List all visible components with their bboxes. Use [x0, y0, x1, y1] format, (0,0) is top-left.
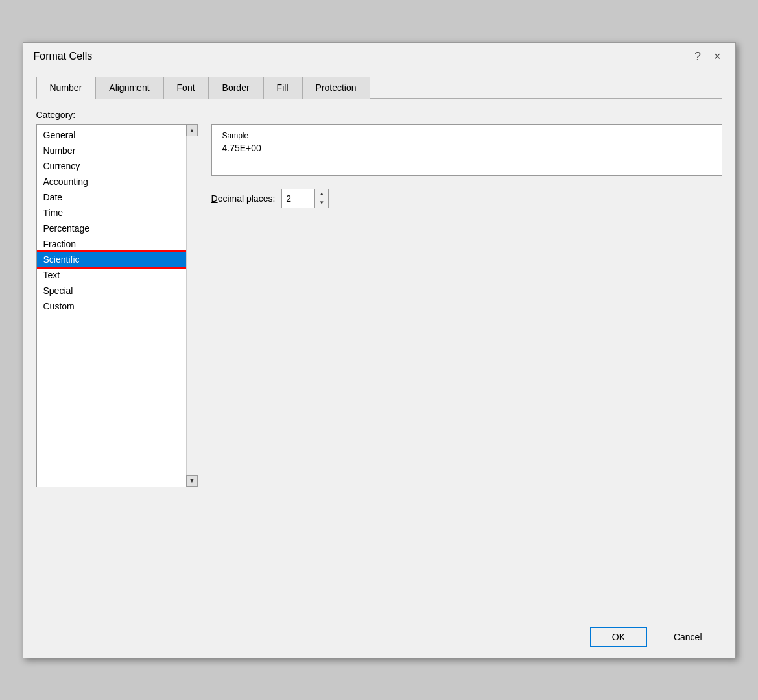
category-label: Category: [36, 110, 722, 120]
spin-up-button[interactable]: ▲ [315, 189, 328, 199]
decimal-places-input[interactable] [282, 191, 314, 206]
title-bar: Format Cells ? × [23, 43, 735, 67]
tab-fill[interactable]: Fill [263, 77, 302, 99]
tab-bar: Number Alignment Font Border Fill Protec… [36, 75, 722, 99]
title-bar-buttons: ? × [691, 49, 725, 64]
right-panel: Sample 4.75E+00 Decimal places: ▲ ▼ [211, 124, 722, 603]
scroll-up-button[interactable]: ▲ [186, 125, 198, 136]
decimal-row: Decimal places: ▲ ▼ [211, 189, 722, 208]
ok-button[interactable]: OK [590, 627, 647, 647]
category-item-currency[interactable]: Currency [37, 158, 198, 174]
close-button[interactable]: × [710, 49, 725, 64]
sample-box: Sample 4.75E+00 [211, 124, 722, 176]
spin-down-button[interactable]: ▼ [315, 199, 328, 208]
tab-border[interactable]: Border [209, 77, 263, 99]
category-item-custom[interactable]: Custom [37, 298, 198, 314]
scroll-down-button[interactable]: ▼ [186, 475, 198, 487]
category-list-container: General Number Currency Accounting Date … [36, 124, 198, 487]
scrollbar[interactable]: ▲ ▼ [186, 125, 198, 487]
decimal-label: Decimal places: [211, 193, 276, 204]
category-list: General Number Currency Accounting Date … [37, 125, 198, 487]
category-item-special[interactable]: Special [37, 283, 198, 298]
tab-protection[interactable]: Protection [302, 77, 370, 99]
category-item-number[interactable]: Number [37, 143, 198, 158]
scroll-track [187, 136, 198, 475]
decimal-spinner: ▲ ▼ [314, 189, 328, 208]
decimal-input-container: ▲ ▼ [281, 189, 329, 208]
category-item-time[interactable]: Time [37, 205, 198, 221]
dialog-content: Number Alignment Font Border Fill Protec… [23, 67, 735, 616]
sample-label: Sample [222, 131, 711, 140]
dialog-title: Format Cells [34, 51, 93, 62]
category-item-text[interactable]: Text [37, 267, 198, 283]
dialog-footer: OK Cancel [23, 616, 735, 658]
category-item-fraction[interactable]: Fraction [37, 236, 198, 252]
main-area: General Number Currency Accounting Date … [36, 124, 722, 603]
tab-number[interactable]: Number [36, 77, 96, 99]
cancel-button[interactable]: Cancel [654, 627, 722, 647]
help-button[interactable]: ? [691, 49, 705, 64]
format-cells-dialog: Format Cells ? × Number Alignment Font B… [23, 42, 736, 658]
category-item-scientific[interactable]: Scientific [37, 252, 198, 267]
category-item-date[interactable]: Date [37, 189, 198, 205]
sample-value: 4.75E+00 [222, 143, 711, 153]
category-item-accounting[interactable]: Accounting [37, 174, 198, 189]
tab-alignment[interactable]: Alignment [95, 77, 163, 99]
tab-font[interactable]: Font [163, 77, 209, 99]
category-item-percentage[interactable]: Percentage [37, 221, 198, 236]
category-item-general[interactable]: General [37, 127, 198, 143]
